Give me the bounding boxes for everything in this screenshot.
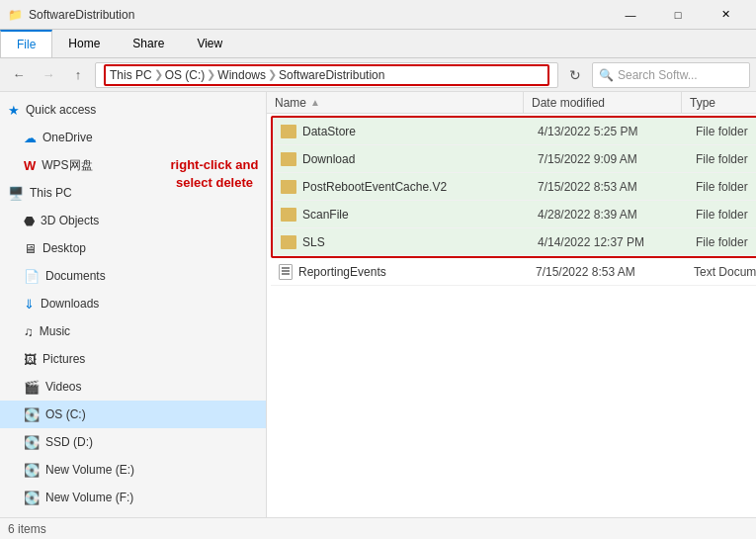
drive-c-icon: 💽 [24,407,40,422]
refresh-button[interactable]: ↻ [562,62,588,88]
window-title: SoftwareDistribution [29,8,134,22]
tab-file[interactable]: File [0,30,52,57]
sidebar-item-drive-e[interactable]: 💽 New Volume (E:) [0,456,266,484]
sidebar-label-thispc: This PC [30,186,72,200]
tab-view[interactable]: View [181,30,239,57]
file-date-cell: 4/28/2022 8:39 AM [530,208,688,222]
file-date-cell: 7/15/2022 8:53 AM [528,265,686,279]
col-header-type[interactable]: Type [682,92,756,113]
sidebar-item-drive-d[interactable]: 💽 SSD (D:) [0,428,266,456]
table-row[interactable]: PostRebootEventCache.V2 7/15/2022 8:53 A… [273,173,756,201]
sidebar-label-3dobjects: 3D Objects [41,214,99,227]
sidebar-label-wps: WPS网盘 [42,157,92,174]
sidebar-item-onedrive[interactable]: ☁ OneDrive [0,124,266,151]
star-icon: ★ [8,103,20,118]
address-bar-row: ← → ↑ This PC ❯ OS (C:) ❯ Windows ❯ Soft… [0,58,756,92]
file-name-label: PostRebootEventCache.V2 [302,180,447,194]
folder-icon [281,235,296,249]
sidebar-item-3dobjects[interactable]: ⬣ 3D Objects [0,207,266,234]
file-list: DataStore 4/13/2022 5:25 PM File folder … [267,114,756,518]
sidebar-item-documents[interactable]: 📄 Documents [0,262,266,290]
file-name-cell: DataStore [273,125,530,138]
col-header-name[interactable]: Name ▲ [267,92,524,113]
file-name-cell: ScanFile [273,208,530,222]
file-name-label: Download [302,152,355,166]
sidebar-label-drive-c: OS (C:) [45,407,86,421]
file-type-cell: Text Docume... [686,265,756,279]
folder-icon [281,125,296,138]
sidebar-item-thispc[interactable]: 🖥️ This PC [0,179,266,207]
title-bar: 📁 SoftwareDistribution — □ ✕ [0,0,756,30]
table-row[interactable]: ReportingEvents 7/15/2022 8:53 AM Text D… [271,258,756,286]
address-path[interactable]: This PC ❯ OS (C:) ❯ Windows ❯ SoftwareDi… [104,64,549,86]
ribbon-tabs: File Home Share View [0,30,756,57]
folder-icon [281,152,296,166]
sidebar-item-pictures[interactable]: 🖼 Pictures [0,345,266,373]
forward-button[interactable]: → [36,62,61,88]
sidebar-label-onedrive: OneDrive [42,131,93,144]
sidebar-item-downloads[interactable]: ⇓ Downloads [0,290,266,317]
address-box[interactable]: This PC ❯ OS (C:) ❯ Windows ❯ SoftwareDi… [95,62,558,88]
selection-box: DataStore 4/13/2022 5:25 PM File folder … [271,116,756,258]
search-placeholder: Search Softw... [618,68,698,82]
file-name-label: SLS [302,235,325,249]
folder-icon [281,208,296,222]
sidebar-item-drive-f[interactable]: 💽 New Volume (F:) [0,484,266,511]
sidebar-label-music: Music [40,324,70,338]
sidebar-item-drive-c[interactable]: 💽 OS (C:) [0,401,266,428]
file-name-label: DataStore [302,125,356,138]
sidebar-label-downloads: Downloads [41,297,99,311]
window-icon: 📁 [8,8,23,22]
tab-home[interactable]: Home [52,30,117,57]
col-header-date[interactable]: Date modified [524,92,682,113]
3d-icon: ⬣ [24,214,35,228]
table-row[interactable]: ScanFile 4/28/2022 8:39 AM File folder [273,201,756,228]
sidebar-label-drive-d: SSD (D:) [45,435,93,449]
folder-icon [281,180,296,194]
file-type-cell: File folder [688,125,756,138]
sidebar-item-wps[interactable]: W WPS网盘 [0,151,266,179]
file-name-cell: ReportingEvents [271,264,528,280]
close-button[interactable]: ✕ [703,1,748,29]
sidebar-item-quick-access[interactable]: ★ Quick access [0,96,266,124]
path-thispc: This PC [110,68,152,82]
col-type-label: Type [690,96,715,110]
up-button[interactable]: ↑ [65,62,91,88]
drive-f-icon: 💽 [24,491,40,505]
downloads-icon: ⇓ [24,297,35,312]
table-row[interactable]: Download 7/15/2022 9:09 AM File folder [273,145,756,173]
file-date-cell: 4/13/2022 5:25 PM [530,125,688,138]
status-text: 6 items [8,522,46,536]
search-box[interactable]: 🔍 Search Softw... [592,62,750,88]
cloud-icon: ☁ [24,131,37,145]
videos-icon: 🎬 [24,380,40,395]
table-row[interactable]: DataStore 4/13/2022 5:25 PM File folder [273,118,756,145]
sidebar-item-music[interactable]: ♫ Music [0,317,266,345]
pictures-icon: 🖼 [24,352,37,367]
file-name-label: ReportingEvents [298,265,386,279]
wps-icon: W [24,158,36,173]
sidebar-item-desktop[interactable]: 🖥 Desktop [0,234,266,262]
title-controls: — □ ✕ [608,1,748,29]
path-sep-3: ❯ [268,68,277,81]
sidebar-label-drive-f: New Volume (F:) [45,491,133,504]
sidebar-label-documents: Documents [45,269,106,283]
back-button[interactable]: ← [6,62,32,88]
sort-indicator: ▲ [310,97,320,108]
sidebar-label-drive-e: New Volume (E:) [45,463,134,477]
tab-share[interactable]: Share [117,30,181,57]
path-sep-2: ❯ [207,68,215,81]
maximize-button[interactable]: □ [655,1,701,29]
path-osc: OS (C:) [165,68,206,82]
status-bar: 6 items [0,517,756,539]
table-row[interactable]: SLS 4/14/2022 12:37 PM File folder [273,228,756,256]
file-type-cell: File folder [688,208,756,222]
sidebar-item-videos[interactable]: 🎬 Videos [0,373,266,401]
col-name-label: Name [275,96,306,110]
col-date-label: Date modified [532,96,605,110]
sidebar: ★ Quick access ☁ OneDrive W WPS网盘 🖥️ Thi… [0,92,267,518]
path-windows: Windows [217,68,266,82]
file-date-cell: 7/15/2022 8:53 AM [530,180,688,194]
minimize-button[interactable]: — [608,1,653,29]
file-type-cell: File folder [688,235,756,249]
